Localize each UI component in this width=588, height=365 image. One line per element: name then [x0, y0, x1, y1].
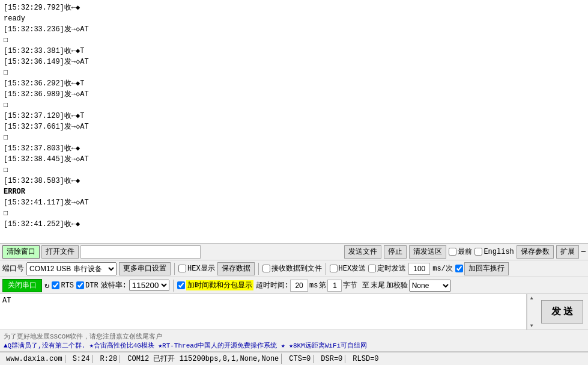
terminal-line: [15:32:33.381]收←◆T [4, 46, 584, 57]
terminal-line: [15:32:41.252]收←◆ [4, 219, 584, 230]
ad-line1: 为了更好地发展SSCOM软件，请您注册嘉立创线尾客户 [4, 332, 584, 341]
s-count-status: S:24 [70, 355, 93, 363]
terminal-line: [15:32:37.661]发→◇AT [4, 121, 584, 132]
checksum-select[interactable]: None Sum8 CRC16 [409, 280, 451, 292]
dsr-status: DSR=0 [318, 355, 345, 363]
timer-unit: ms/次 [432, 263, 453, 274]
terminal-line: □ [4, 67, 584, 78]
divider1 [174, 263, 175, 275]
command-input[interactable] [0, 294, 527, 330]
hex-display-label: HEX显示 [187, 263, 215, 274]
timeout-label: 超时时间: [256, 280, 289, 290]
clear-window-button[interactable]: 清除窗口 [2, 245, 40, 259]
last-checkbox[interactable] [449, 248, 456, 256]
timeout-area: 超时时间: ms 第 字节 至 末尾 加校验 None Sum8 CRC16 [256, 280, 451, 292]
marquee-text: ▲Q群满员了,没有第二个群. ★合宙高性价比4G模块 ★RT-Thread中国人… [4, 341, 584, 350]
timeout-value-input[interactable] [290, 280, 308, 292]
save-params-button[interactable]: 保存参数 [517, 245, 554, 259]
expand-button[interactable]: 扩展 [556, 245, 579, 259]
refresh-icon[interactable]: ↻ [44, 280, 49, 290]
timer-value-input[interactable] [408, 263, 430, 275]
rts-checkbox[interactable] [52, 281, 59, 289]
send-button-area: 发 送 [536, 294, 588, 330]
rts-label[interactable]: RTS [52, 281, 74, 290]
hex-display-checkbox[interactable] [178, 265, 186, 272]
send-scroll: ▲ ▼ [527, 294, 536, 330]
hex-send-checkbox[interactable] [330, 265, 338, 272]
dtr-checkbox[interactable] [76, 281, 84, 289]
terminal-line: [15:32:33.236]发→◇AT [4, 24, 584, 35]
terminal-line: □ [4, 100, 584, 111]
toolbar-row2: 端口号 COM12 USB 串行设备 更多串口设置 HEX显示 保存数据 接收数… [0, 260, 588, 277]
divider2 [258, 263, 259, 275]
timestamp-label[interactable]: 加时间戳和分包显示 [177, 280, 253, 290]
page-value-input[interactable] [327, 280, 342, 292]
rlsd-status: RLSD=0 [350, 355, 381, 363]
input-send-area: ▲ ▼ 发 送 [0, 294, 588, 330]
port-label: 端口号 [2, 263, 24, 274]
end-label: 末尾 [371, 280, 385, 290]
close-port-button[interactable]: 关闭串口 [2, 279, 42, 292]
timer-send-checkbox[interactable] [368, 265, 376, 272]
timestamp-checkbox[interactable] [177, 281, 185, 289]
divider3 [326, 263, 326, 275]
terminal-line: [15:32:29.792]收←◆ [4, 2, 584, 13]
terminal-output: [15:32:29.792]收←◆ready[15:32:33.236]发→◇A… [0, 0, 588, 244]
terminal-line: □ [4, 132, 584, 143]
recv-to-file-label[interactable]: 接收数据到文件 [262, 263, 322, 274]
open-file-button[interactable]: 打开文件 [41, 245, 79, 259]
rts-dtr-area: RTS DTR [52, 281, 98, 290]
terminal-line: [15:32:38.445]发→◇AT [4, 154, 584, 165]
status-bar: www.daxia.com S:24 R:28 COM12 已打开 115200… [0, 352, 588, 365]
terminal-line: [15:32:38.583]收←◆ [4, 176, 584, 186]
scroll-up-arrow[interactable]: ▲ [530, 295, 533, 301]
send-file-button[interactable]: 发送文件 [344, 245, 381, 259]
terminal-line: ERROR [4, 186, 584, 197]
command-text-input[interactable] [80, 245, 201, 259]
send-button[interactable]: 发 送 [541, 300, 583, 324]
cts-status: CTS=0 [286, 355, 314, 363]
terminal-line: [15:32:36.292]收←◆T [4, 78, 584, 89]
timestamp-text: 加时间戳和分包显示 [186, 280, 253, 290]
recv-to-file-checkbox[interactable] [262, 265, 270, 272]
add-crlf-checkbox[interactable] [455, 265, 463, 272]
ad-banner: 为了更好地发展SSCOM软件，请您注册嘉立创线尾客户 ▲Q群满员了,没有第二个群… [0, 330, 588, 352]
terminal-line: □ [4, 35, 584, 46]
divider4 [173, 280, 174, 292]
toolbar-row3: 关闭串口 ↻ RTS DTR 波特率: 115200 9600 19200 38… [0, 277, 588, 294]
terminal-line: □ [4, 165, 584, 176]
terminal-line: □ [4, 208, 584, 219]
page-label: 第 [319, 280, 326, 290]
baud-label: 波特率: [101, 280, 127, 290]
english-checkbox[interactable] [474, 248, 482, 256]
terminal-line: [15:32:36.149]发→◇AT [4, 57, 584, 67]
terminal-line: [15:32:36.989]发→◇AT [4, 89, 584, 100]
last-checkbox-label[interactable]: 最前 [449, 247, 472, 257]
save-data-button[interactable]: 保存数据 [217, 262, 255, 275]
timer-send-label[interactable]: 定时发送 [368, 263, 406, 274]
toolbar-row1: 清除窗口 打开文件 发送文件 停止 清发送区 最前 English 保存参数 扩… [0, 244, 588, 260]
checksum-label: 加校验 [386, 280, 408, 290]
hex-display-area: HEX显示 [178, 263, 215, 274]
hex-send-label[interactable]: HEX发送 [330, 263, 366, 274]
page-unit: 字节 至 [343, 280, 369, 290]
stop-button[interactable]: 停止 [384, 245, 407, 259]
more-ports-button[interactable]: 更多串口设置 [119, 262, 171, 275]
website-status: www.daxia.com [4, 355, 65, 363]
terminal-line: [15:32:41.117]发→◇AT [4, 197, 584, 208]
clear-send-button[interactable]: 清发送区 [409, 245, 446, 259]
terminal-line: [15:32:37.120]收←◆T [4, 111, 584, 121]
timeout-unit: ms [309, 281, 318, 290]
r-count-status: R:28 [97, 355, 120, 363]
add-crlf-button[interactable]: 加回车换行 [464, 262, 509, 275]
terminal-line: [15:32:37.803]收←◆ [4, 143, 584, 154]
english-checkbox-label[interactable]: English [474, 248, 514, 256]
add-crlf-label[interactable]: 加回车换行 [455, 262, 509, 275]
baud-select[interactable]: 115200 9600 19200 38400 57600 230400 [129, 280, 169, 291]
scroll-down-arrow[interactable]: ▼ [530, 323, 533, 328]
dtr-label[interactable]: DTR [76, 281, 99, 290]
expand-dash: — [581, 248, 586, 256]
terminal-line: ready [4, 13, 584, 24]
port-select[interactable]: COM12 USB 串行设备 [26, 262, 117, 275]
port-info-status: COM12 已打开 115200bps,8,1,None,None [125, 354, 282, 364]
